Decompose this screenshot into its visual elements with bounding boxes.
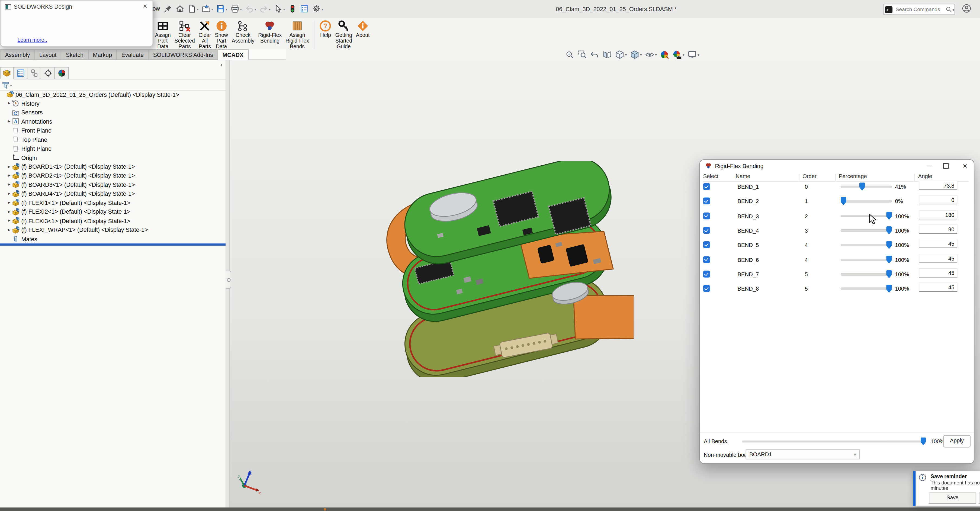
slider-thumb[interactable] — [859, 182, 865, 191]
ribbon-button-about[interactable]: About — [354, 19, 371, 38]
tab-solidworks-add-ins[interactable]: SOLIDWORKS Add-Ins — [149, 49, 218, 60]
bend-percentage-slider[interactable] — [841, 244, 892, 246]
bend-select-checkbox[interactable] — [703, 285, 710, 292]
zoom-area-button[interactable] — [577, 50, 587, 59]
expand-arrow-icon[interactable]: ▸ — [8, 209, 12, 214]
select-icon[interactable]: ▾ — [272, 4, 286, 14]
hide-show-button[interactable]: ▾ — [644, 50, 657, 59]
slider-thumb[interactable] — [841, 197, 846, 205]
dropdown-caret-icon[interactable]: ▾ — [269, 6, 270, 11]
properties-icon[interactable] — [299, 4, 310, 14]
tree-item-top-plane[interactable]: Top Plane — [0, 135, 226, 144]
all-bends-slider[interactable] — [742, 440, 926, 443]
pin-icon[interactable] — [162, 4, 173, 14]
dropdown-caret-icon[interactable]: ▾ — [321, 6, 323, 11]
bend-percentage-slider[interactable] — [841, 215, 892, 217]
zoom-fit-button[interactable] — [565, 50, 575, 59]
tree-item-right-plane[interactable]: Right Plane — [0, 144, 226, 153]
slider-thumb[interactable] — [886, 241, 892, 249]
view-orientation-button[interactable]: ▾ — [614, 50, 627, 59]
all-bends-slider-thumb[interactable] — [921, 437, 926, 446]
tab-sketch[interactable]: Sketch — [62, 49, 88, 60]
tab-assembly[interactable]: Assembly — [0, 49, 35, 60]
rollback-bar[interactable] — [0, 243, 226, 245]
dropdown-caret-icon[interactable]: ▾ — [226, 6, 228, 11]
bend-angle-input[interactable]: 180 — [919, 210, 958, 219]
ribbon-button-clear-selected-parts[interactable]: ClearSelectedParts — [173, 19, 197, 49]
bend-angle-input[interactable]: 45 — [919, 283, 958, 292]
bend-percentage-slider[interactable] — [841, 201, 892, 202]
bend-select-checkbox[interactable] — [703, 227, 710, 234]
tree-item-f-flexi3-1-def[interactable]: ▸(f) FLEXI3<1> (Default) <Display State-… — [0, 216, 226, 225]
bend-percentage-slider[interactable] — [841, 186, 892, 188]
tab-mcadx[interactable]: MCADX — [218, 49, 248, 60]
expand-arrow-icon[interactable]: ▸ — [8, 173, 12, 178]
save-button[interactable]: Save — [929, 493, 976, 504]
dropdown-caret-icon[interactable]: ▾ — [625, 53, 627, 57]
tree-item-mates[interactable]: Mates — [0, 234, 226, 243]
tab-markup[interactable]: Markup — [88, 49, 117, 60]
tree-item-f-board4-1-def[interactable]: ▸(f) BOARD4<1> (Default) <Display State-… — [0, 189, 226, 198]
redo-icon[interactable]: ▾ — [258, 4, 272, 14]
dropdown-caret-icon[interactable]: ▾ — [697, 53, 699, 57]
open-icon[interactable]: ▾ — [200, 4, 215, 14]
print-icon[interactable]: ▾ — [229, 4, 243, 14]
bend-select-checkbox[interactable] — [703, 242, 710, 248]
tree-item-sensors[interactable]: Sensors — [0, 108, 226, 117]
previous-view-button[interactable] — [589, 50, 600, 59]
options-gear-icon[interactable]: ▾ — [311, 4, 325, 14]
bend-percentage-slider[interactable] — [841, 229, 892, 231]
slider-thumb[interactable] — [886, 270, 892, 278]
tree-item-f-flexi-wrap-1[interactable]: ▸(f) FLEXI_WRAP<1> (Default) <Display St… — [0, 225, 226, 234]
dropdown-caret-icon[interactable]: ▾ — [240, 6, 242, 11]
rigid-flex-pcb-model[interactable] — [378, 161, 634, 377]
bend-angle-input[interactable]: 45 — [919, 239, 958, 248]
bend-percentage-slider[interactable] — [841, 273, 892, 275]
apply-scene-button[interactable]: ▾ — [672, 50, 685, 59]
close-icon[interactable]: ✕ — [961, 162, 969, 170]
bend-angle-input[interactable]: 0 — [919, 195, 958, 205]
new-document-icon[interactable]: ▾ — [186, 4, 200, 14]
panel-collapse-handle[interactable] — [226, 271, 231, 289]
bend-angle-input[interactable]: 45 — [919, 268, 958, 278]
section-view-button[interactable] — [602, 50, 612, 59]
dismiss-button-partial[interactable] — [978, 493, 980, 504]
display-style-button[interactable]: ▾ — [630, 50, 643, 59]
expand-arrow-icon[interactable]: ▸ — [8, 182, 12, 187]
save-icon[interactable]: ▾ — [215, 4, 229, 14]
expand-arrow-icon[interactable]: ▸ — [8, 119, 12, 124]
user-account-icon[interactable] — [962, 4, 971, 13]
expand-arrow-icon[interactable]: ▸ — [8, 191, 12, 196]
tree-item-annotations[interactable]: ▸AAnnotations — [0, 117, 226, 126]
edit-appearance-button[interactable] — [659, 50, 670, 59]
bend-select-checkbox[interactable] — [703, 256, 710, 263]
minimize-icon[interactable] — [925, 162, 934, 170]
learn-more-link[interactable]: Learn more.. — [18, 37, 47, 43]
tree-item-front-plane[interactable]: Front Plane — [0, 126, 226, 135]
slider-thumb[interactable] — [886, 285, 892, 293]
expand-arrow-icon[interactable]: ▸ — [8, 164, 12, 169]
ribbon-button-assign-rigid-flex-bends[interactable]: AssignRigid-FlexBends — [283, 19, 311, 49]
expand-arrow-icon[interactable]: ▸ — [8, 218, 12, 223]
bend-angle-input[interactable]: 73.8 — [919, 181, 958, 190]
ribbon-button-clear-all-parts[interactable]: ClearAllParts — [197, 19, 213, 49]
bend-select-checkbox[interactable] — [703, 212, 710, 219]
slider-thumb[interactable] — [886, 226, 892, 234]
search-icon[interactable] — [946, 6, 952, 13]
ribbon-button-check-assembly[interactable]: CheckAssembly — [230, 19, 256, 44]
dropdown-caret-icon[interactable]: ▾ — [211, 6, 213, 11]
tree-item-f-flexi1-1-def[interactable]: ▸(f) FLEXI1<1> (Default) <Display State-… — [0, 198, 226, 207]
bend-percentage-slider[interactable] — [841, 288, 892, 290]
search-commands-box[interactable]: >_ ▾ — [883, 4, 955, 15]
expand-arrow-icon[interactable]: ▸ — [8, 101, 12, 106]
tab-layout[interactable]: Layout — [35, 49, 62, 60]
slider-thumb[interactable] — [886, 255, 892, 264]
ribbon-button-show-part-data[interactable]: ShowPartData — [213, 19, 230, 49]
dropdown-caret-icon[interactable]: ▾ — [682, 53, 684, 57]
dropdown-caret-icon[interactable]: ▾ — [254, 6, 256, 11]
tab-evaluate[interactable]: Evaluate — [117, 49, 148, 60]
dropdown-caret-icon[interactable]: ▾ — [283, 6, 285, 11]
popup-close-icon[interactable]: ✕ — [143, 3, 148, 10]
maximize-icon[interactable] — [941, 162, 950, 170]
bend-select-checkbox[interactable] — [703, 183, 710, 190]
